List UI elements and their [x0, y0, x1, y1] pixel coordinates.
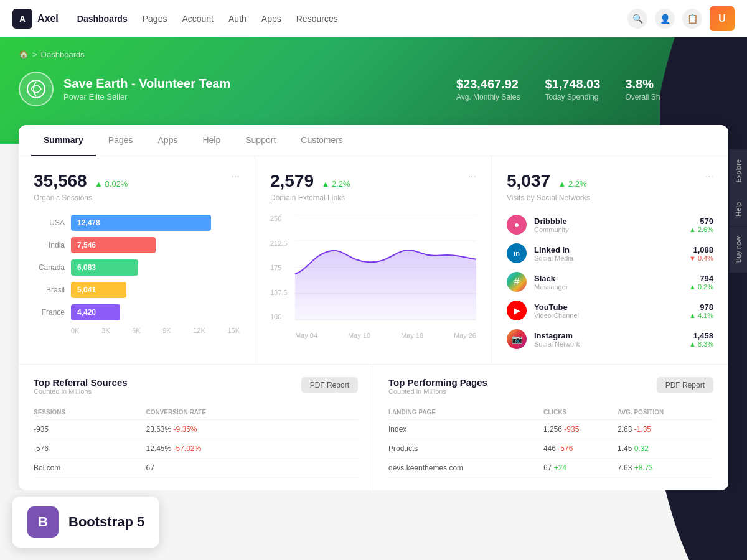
- hero-content: Save Earth - Volunteer Team Power Elite …: [19, 72, 728, 106]
- bar-container-canada: 6,083: [71, 259, 240, 276]
- organic-sessions-section: 35,568 ▲ 8.02% ··· Organic Sessions USA …: [19, 156, 255, 364]
- bar-container-france: 4,420: [71, 304, 240, 320]
- tab-customers[interactable]: Customers: [288, 125, 355, 156]
- dribbble-name: Dribbble: [534, 217, 682, 226]
- linkedin-name: Linked In: [534, 245, 682, 254]
- settings-button[interactable]: 📋: [682, 9, 702, 29]
- brand-name: Axel: [37, 13, 59, 24]
- bar-canada: 6,083: [71, 259, 138, 276]
- social-networks-change: ▲ 2.2%: [558, 179, 587, 189]
- instagram-info: Instagram Social Network: [534, 331, 682, 348]
- nav-links: Dashboards Pages Account Auth Apps Resou…: [77, 14, 627, 24]
- side-panels: Explore Help Buy now: [730, 149, 747, 273]
- home-icon[interactable]: 🏠: [19, 50, 29, 59]
- hero-subtitle: Power Elite Seller: [63, 92, 230, 101]
- page-clicks-2: 446 -576: [543, 439, 618, 459]
- referral-rate-1: 23.63% -9.35%: [146, 420, 358, 439]
- social-item-dribbble: ● Dribbble Community 579 ▲ 2.6%: [507, 215, 713, 235]
- dribbble-icon: ●: [507, 215, 527, 235]
- social-item-instagram: 📷 Instagram Social Network 1,458 ▲ 8.3%: [507, 329, 713, 349]
- brand[interactable]: A Axel: [12, 9, 59, 29]
- instagram-stats: 1,458 ▲ 8.3%: [689, 331, 713, 348]
- tab-summary[interactable]: Summary: [31, 125, 96, 156]
- instagram-type: Social Network: [534, 340, 682, 348]
- nav-link-apps[interactable]: Apps: [261, 14, 281, 24]
- youtube-name: YouTube: [534, 302, 682, 312]
- dribbble-type: Community: [534, 226, 682, 233]
- linkedin-change: ▼ 0.4%: [689, 254, 713, 262]
- instagram-name: Instagram: [534, 331, 682, 340]
- page-clicks-1: 1,256 -935: [543, 420, 618, 439]
- linkedin-type: Social Media: [534, 254, 682, 262]
- top-pages-section: Top Performing Pages Counted in Millions…: [374, 365, 728, 490]
- bar-row-usa: USA 12,478: [34, 215, 240, 231]
- hero-stat-monthly-sales: $23,467.92 Avg. Monthly Sales: [456, 77, 520, 101]
- page-clicks-3: 67 +24: [543, 459, 618, 478]
- youtube-change: ▲ 4.1%: [689, 312, 713, 319]
- youtube-count: 978: [689, 302, 713, 312]
- domain-links-value: 2,579: [270, 171, 314, 190]
- today-spending-label: Today Spending: [545, 93, 600, 101]
- bar-container-india: 7,546: [71, 237, 240, 253]
- dashboard-grid: 35,568 ▲ 8.02% ··· Organic Sessions USA …: [19, 156, 728, 364]
- bar-row-canada: Canada 6,083: [34, 259, 240, 276]
- organic-sessions-more-btn[interactable]: ···: [232, 171, 240, 182]
- notifications-button[interactable]: 👤: [655, 9, 675, 29]
- page-pos-2: 1.45 0.32: [618, 439, 713, 459]
- bar-label-usa: USA: [34, 218, 65, 227]
- dribbble-info: Dribbble Community: [534, 217, 682, 233]
- domain-links-more-btn[interactable]: ···: [468, 171, 476, 182]
- instagram-icon: 📷: [507, 329, 527, 349]
- slack-info: Slack Messanger: [534, 274, 682, 291]
- tab-apps[interactable]: Apps: [146, 125, 190, 156]
- tab-bar: Summary Pages Apps Help Support Customer…: [19, 125, 728, 156]
- top-pages-pdf-btn[interactable]: PDF Report: [657, 377, 713, 393]
- monthly-sales-label: Avg. Monthly Sales: [456, 93, 520, 101]
- bar-axis: 0K 3K 6K 9K 12K 15K: [34, 327, 240, 334]
- referral-sessions-1: -935: [34, 420, 146, 439]
- chart-y-labels: 250 212.5 175 137.5 100: [270, 215, 295, 320]
- bar-chart: USA 12,478 India 7,546 Canada: [34, 215, 240, 334]
- bar-label-brasil: Brasil: [34, 286, 65, 294]
- search-button[interactable]: 🔍: [627, 9, 647, 29]
- tab-pages[interactable]: Pages: [96, 125, 146, 156]
- bottom-grid: Top Referral Sources Counted in Millions…: [19, 364, 728, 490]
- buy-side-btn[interactable]: Buy now: [730, 226, 747, 273]
- tab-help[interactable]: Help: [190, 125, 233, 156]
- avatar[interactable]: U: [710, 6, 735, 31]
- main-container: Summary Pages Apps Help Support Customer…: [19, 125, 728, 490]
- organic-sessions-label: Organic Sessions: [34, 194, 240, 202]
- slack-icon: #: [507, 272, 527, 292]
- slack-stats: 794 ▲ 0.2%: [689, 274, 713, 291]
- domain-links-section: 2,579 ▲ 2.2% ··· Domain External Links 2…: [255, 156, 492, 364]
- svg-point-0: [27, 80, 45, 98]
- nav-link-auth[interactable]: Auth: [228, 14, 247, 24]
- dribbble-stats: 579 ▲ 2.6%: [689, 217, 713, 233]
- organic-sessions-value: 35,568: [34, 171, 87, 190]
- brand-icon: A: [12, 9, 32, 29]
- tab-support[interactable]: Support: [233, 125, 288, 156]
- social-networks-values: 5,037 ▲ 2.2%: [507, 171, 587, 191]
- breadcrumb-dashboards[interactable]: Dashboards: [41, 50, 85, 59]
- top-pages-title: Top Performing Pages: [388, 377, 487, 388]
- social-networks-more-btn[interactable]: ···: [705, 171, 713, 182]
- page-pos-1: 2.63 -1.35: [618, 420, 713, 439]
- nav-link-resources[interactable]: Resources: [296, 14, 338, 24]
- domain-links-values: 2,579 ▲ 2.2%: [270, 171, 350, 191]
- chart-x-labels: May 04 May 10 May 18 May 26: [295, 332, 476, 339]
- nav-link-account[interactable]: Account: [182, 14, 214, 24]
- pages-col-page: LANDING PAGE: [388, 405, 543, 420]
- table-row: Products 446 -576 1.45 0.32: [388, 439, 713, 459]
- nav-link-pages[interactable]: Pages: [143, 14, 167, 24]
- nav-link-dashboards[interactable]: Dashboards: [77, 14, 128, 24]
- referral-pdf-btn[interactable]: PDF Report: [301, 377, 358, 393]
- table-row: -576 12.45% -57.02%: [34, 439, 358, 459]
- social-item-slack: # Slack Messanger 794 ▲ 0.2%: [507, 272, 713, 292]
- nav-actions: 🔍 👤 📋 U: [627, 6, 735, 31]
- organic-sessions-values: 35,568 ▲ 8.02%: [34, 171, 128, 191]
- explore-side-btn[interactable]: Explore: [730, 149, 747, 192]
- page-pos-3: 7.63 +8.73: [618, 459, 713, 478]
- top-pages-subtitle: Counted in Millions: [388, 388, 487, 395]
- help-side-btn[interactable]: Help: [730, 192, 747, 226]
- navbar: A Axel Dashboards Pages Account Auth App…: [0, 0, 747, 37]
